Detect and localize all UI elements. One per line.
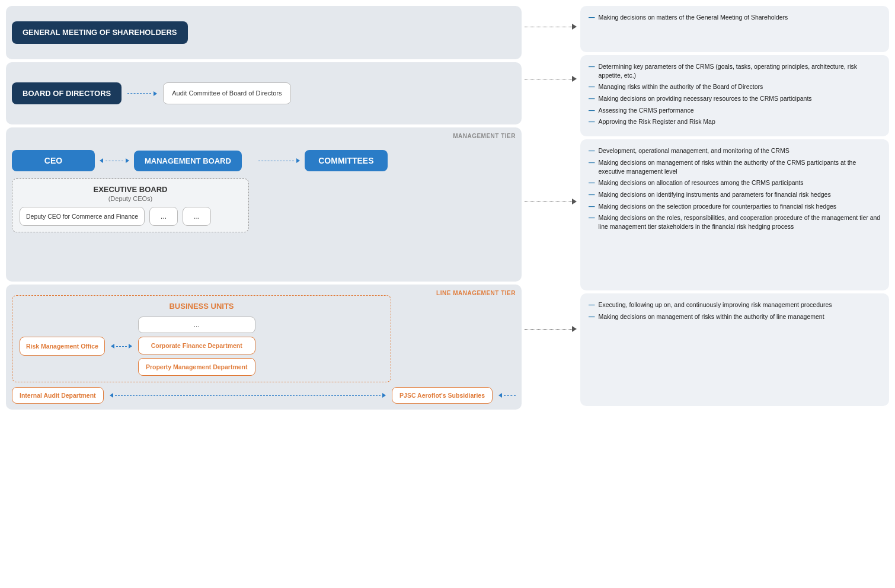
general-meeting-box: GENERAL MEETING OF SHAREHOLDERS [12, 21, 188, 44]
exec-board-title: EXECUTIVE BOARD [20, 185, 241, 194]
management-board-box: MANAGEMENT BOARD [134, 151, 242, 171]
tier3-desc-5: — Making decisions on the selection proc… [589, 202, 881, 211]
tier1-section: GENERAL MEETING OF SHAREHOLDERS [6, 6, 522, 59]
tier4-desc-box: — Executing, following up on, and contin… [580, 293, 889, 406]
tier3-desc-1: — Development, operational management, a… [589, 146, 881, 155]
internal-audit-box: Internal Audit Department [12, 387, 104, 404]
tier3-desc-3: — Making decisions on allocation of reso… [589, 178, 881, 187]
board-of-directors-box: BOARD OF DIRECTORS [12, 82, 122, 105]
deputy-ceo-box: Deputy CEO for Commerce and Finance [20, 207, 145, 226]
tier3-desc-area: — Development, operational management, a… [525, 139, 889, 290]
tier4-desc-2: — Making decisions on management of risk… [589, 312, 881, 321]
tier3-section: MANAGEMENT TIER CEO MANAGEMENT BOARD [6, 127, 522, 282]
tier2-desc-5: — Approving the Risk Register and Risk M… [589, 117, 881, 126]
business-units-label: BUSINESS UNITS [20, 302, 383, 311]
corporate-finance-box: Corporate Finance Department [138, 337, 255, 354]
bu-ellipsis-box: ... [138, 317, 255, 333]
tier3-desc-6: — Making decisions on the roles, respons… [589, 213, 881, 231]
tier4-desc-area: — Executing, following up on, and contin… [525, 293, 889, 406]
risk-management-office-box: Risk Management Office [20, 337, 105, 356]
tier2-desc-2: — Managing risks within the authority of… [589, 82, 881, 91]
tier2-desc-1: — Determining key parameters of the CRMS… [589, 62, 881, 79]
tier2-section: BOARD OF DIRECTORS Audit Committee of Bo… [6, 62, 522, 124]
subsidiaries-box: PJSC Aeroflot's Subsidiaries [392, 387, 493, 404]
ellipsis-box-2: ... [183, 207, 211, 226]
tier4-section: LINE MANAGEMENT TIER BUSINESS UNITS Risk… [6, 285, 522, 410]
tier4-connector [525, 293, 577, 332]
main-layout: GENERAL MEETING OF SHAREHOLDERS BOARD OF… [0, 0, 895, 416]
business-units-section: BUSINESS UNITS Risk Management Office [12, 295, 391, 382]
tier4-desc-1: — Executing, following up on, and contin… [589, 301, 881, 309]
ellipsis-box-1: ... [149, 207, 178, 226]
tier2-connector [525, 55, 577, 82]
tier2-desc-box: — Determining key parameters of the CRMS… [580, 55, 889, 136]
descriptions-column: — Making decisions on matters of the Gen… [522, 6, 889, 410]
exec-board-subtitle: (Deputy CEOs) [20, 195, 241, 202]
tier1-desc-area: — Making decisions on matters of the Gen… [525, 6, 889, 52]
org-chart-column: GENERAL MEETING OF SHAREHOLDERS BOARD OF… [6, 6, 522, 410]
property-mgmt-box: Property Management Department [138, 358, 255, 376]
tier3-desc-4: — Making decisions on identifying instru… [589, 190, 881, 199]
tier3-desc-2: — Making decisions on management of risk… [589, 158, 881, 175]
committees-box: COMMITTEES [305, 150, 388, 171]
tier1-desc-box: — Making decisions on matters of the Gen… [580, 6, 889, 52]
tier3-desc-box: — Development, operational management, a… [580, 139, 889, 290]
tier2-desc-3: — Making decisions on providing necessar… [589, 94, 881, 103]
line-management-tier-label: LINE MANAGEMENT TIER [436, 289, 516, 298]
management-tier-label: MANAGEMENT TIER [453, 132, 516, 140]
tier2-desc-4: — Assessing the CRMS performance [589, 106, 881, 115]
executive-board-box: EXECUTIVE BOARD (Deputy CEOs) Deputy CEO… [12, 178, 249, 232]
tier1-desc-1: — Making decisions on matters of the Gen… [589, 13, 881, 22]
ceo-box: CEO [12, 150, 95, 171]
tier1-connector [525, 6, 577, 30]
tier2-desc-area: — Determining key parameters of the CRMS… [525, 55, 889, 136]
audit-committee-box: Audit Committee of Board of Directors [163, 82, 290, 104]
tier3-connector [525, 139, 577, 204]
